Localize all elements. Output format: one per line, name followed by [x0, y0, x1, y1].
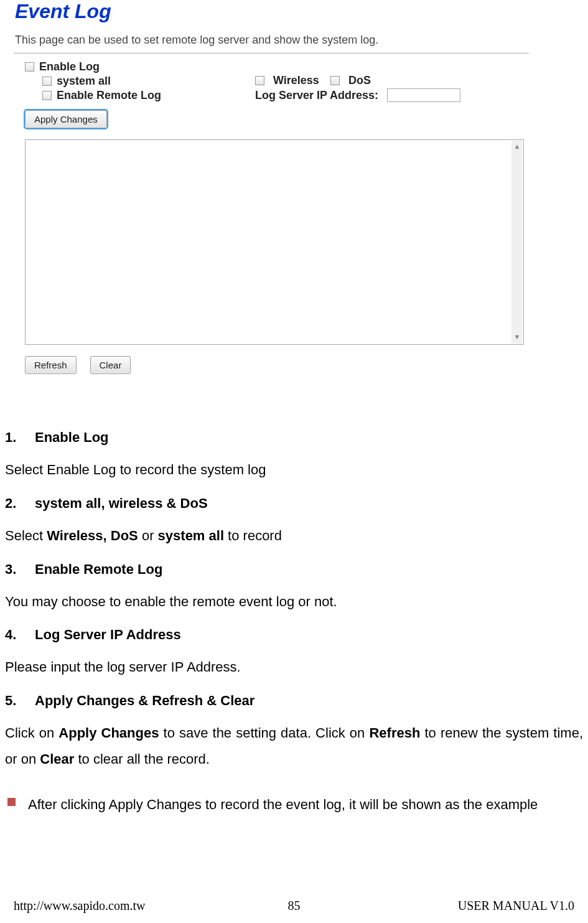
- paragraph-1: Select Enable Log to record the system l…: [5, 457, 583, 483]
- system-all-label: system all: [57, 75, 111, 88]
- paragraph-4: Please input the log server IP Address.: [5, 654, 583, 680]
- heading-2: 2.system all, wireless & DoS: [5, 495, 583, 512]
- heading-5: 5.Apply Changes & Refresh & Clear: [5, 693, 583, 709]
- paragraph-3: You may choose to enable the remote even…: [5, 589, 583, 615]
- dos-label: DoS: [348, 74, 371, 87]
- heading-1: 1.Enable Log: [5, 429, 583, 446]
- apply-changes-button[interactable]: Apply Changes: [25, 110, 107, 128]
- square-bullet-icon: [7, 798, 16, 806]
- log-server-ip-input[interactable]: [387, 88, 460, 102]
- system-all-checkbox[interactable]: [42, 77, 52, 86]
- enable-log-checkbox[interactable]: [25, 62, 34, 72]
- scroll-down-icon[interactable]: ▼: [513, 334, 521, 341]
- bullet-text: After clicking Apply Changes to record t…: [28, 792, 583, 817]
- heading-4: 4.Log Server IP Address: [5, 627, 583, 643]
- enable-remote-log-label: Enable Remote Log: [57, 89, 161, 102]
- page-footer: http://www.sapido.com.tw 85 USER MANUAL …: [0, 899, 588, 913]
- dos-checkbox[interactable]: [330, 76, 340, 85]
- page-description: This page can be used to set remote log …: [14, 26, 529, 52]
- bullet-item: After clicking Apply Changes to record t…: [5, 792, 583, 817]
- clear-button[interactable]: Clear: [90, 356, 131, 374]
- page-number: 85: [288, 899, 301, 913]
- event-log-screenshot: Event Log This page can be used to set r…: [14, 0, 529, 411]
- footer-url: http://www.sapido.com.tw: [14, 899, 145, 913]
- wireless-label: Wireless: [273, 74, 319, 87]
- log-textarea[interactable]: ▲ ▼: [25, 139, 524, 345]
- log-server-ip-label: Log Server IP Address:: [255, 89, 378, 102]
- paragraph-2: Select Wireless, DoS or system all to re…: [5, 523, 583, 549]
- heading-3: 3.Enable Remote Log: [5, 561, 583, 578]
- scrollbar-track[interactable]: ▲ ▼: [511, 141, 523, 344]
- footer-version: USER MANUAL V1.0: [458, 899, 574, 913]
- refresh-button[interactable]: Refresh: [25, 356, 77, 374]
- documentation-body: 1.Enable Log Select Enable Log to record…: [0, 429, 588, 817]
- enable-log-label: Enable Log: [39, 60, 100, 73]
- wireless-checkbox[interactable]: [255, 76, 264, 85]
- enable-remote-log-checkbox[interactable]: [42, 91, 52, 100]
- divider: [14, 53, 529, 54]
- page-title: Event Log: [14, 0, 529, 26]
- options-area: Enable Log system all Enable Remote Log …: [14, 60, 529, 104]
- scroll-up-icon[interactable]: ▲: [513, 143, 521, 151]
- paragraph-5: Click on Apply Changes to save the setti…: [5, 720, 583, 772]
